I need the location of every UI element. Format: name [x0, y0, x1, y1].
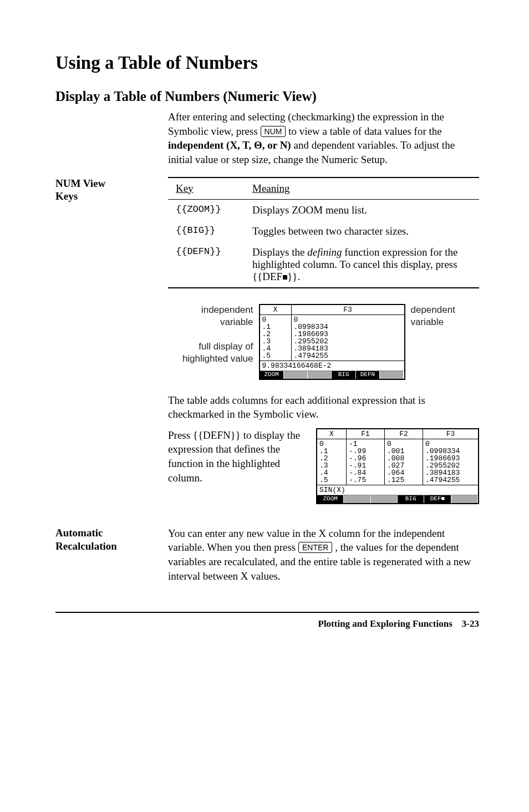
table-row: {{BIG}} Toggles between two character si… — [168, 221, 479, 242]
defn-press-paragraph: Press {{DEFN}} to display the expression… — [168, 428, 306, 485]
intro-text-mid: to view a table of data values for the — [288, 125, 441, 137]
lcd-col-header-x: X — [260, 305, 291, 315]
lcd-cell: .2 — [319, 455, 344, 462]
lcd-menu-bar: ZOOM BIG DEFN — [260, 371, 404, 379]
lcd-cell: .3894183 — [294, 345, 402, 352]
lcd-x-column: 0 .1 .2 .3 .4 .5 — [260, 315, 291, 361]
lcd-cell: .001 — [387, 448, 420, 455]
lcd-cell: .1 — [319, 448, 344, 455]
post-screen-paragraph: The table adds columns for each addition… — [168, 393, 479, 422]
margin-label-auto-recalc: Automatic Recalculation — [55, 526, 168, 553]
auto-recalc-paragraph: You can enter any new value in the X col… — [168, 526, 479, 583]
lcd-menu-blank — [284, 371, 308, 379]
lcd-menu-zoom: ZOOM — [260, 371, 284, 379]
defn-meaning-em: defining — [307, 246, 342, 258]
lcd-menu-big: BIG — [332, 371, 355, 379]
margin-label-line1: NUM View — [55, 177, 105, 189]
lcd-cell: .008 — [387, 455, 420, 462]
annot-independent-variable: independent variable — [176, 304, 253, 328]
lcd-cell: .125 — [387, 476, 420, 484]
lcd-cell: .027 — [387, 462, 420, 469]
lcd2-menu-blank — [451, 495, 478, 503]
lcd2-col-header-f1: F1 — [346, 429, 384, 439]
lcd-cell: .4 — [262, 345, 289, 352]
intro-bold-vars: independent (X, T, Θ, or N) — [168, 139, 291, 151]
annot-full-display: full display of highlighted value — [176, 341, 253, 365]
lcd-cell: .3894183 — [425, 469, 476, 476]
annot-dependent-variable: dependent variable — [411, 304, 472, 328]
lcd-cell: .3 — [262, 338, 289, 345]
margin-label-auto-line2: Recalculation — [55, 540, 117, 552]
lcd2-col-header-f2: F2 — [384, 429, 423, 439]
lcd-cell: .064 — [387, 469, 420, 476]
col-header-meaning: Meaning — [245, 177, 479, 200]
footer-title: Plotting and Exploring Functions — [318, 618, 452, 629]
lcd-cell: -.84 — [349, 469, 382, 476]
table-row: {{DEFN}} Displays the defining function … — [168, 242, 479, 288]
lcd-cell: 0 — [387, 440, 420, 448]
lcd2-x-column: 0 .1 .2 .3 .4 .5 — [317, 439, 346, 485]
lcd-cell: .1986693 — [294, 331, 402, 338]
lcd2-f3-column: 0 .0998334 .1986693 .2955202 .3894183 .4… — [423, 439, 478, 485]
table-row: {{ZOOM}} Displays ZOOM menu list. — [168, 199, 479, 221]
filled-square-icon — [283, 275, 287, 280]
lcd-menu-blank — [380, 371, 404, 379]
margin-label-num-view: NUM View Keys — [55, 177, 168, 204]
lcd-cell: .5 — [262, 352, 289, 359]
lcd-cell: -.75 — [349, 476, 382, 484]
lcd-cell: .4794255 — [294, 352, 402, 359]
calculator-screen-1: X F3 0 .1 .2 .3 .4 .5 0 — [259, 304, 405, 380]
lcd-cell: -.99 — [349, 448, 382, 455]
lcd-cell: .2955202 — [294, 338, 402, 345]
footer-page-number: 3-23 — [462, 618, 479, 629]
lcd-col-header-f3: F3 — [291, 305, 404, 315]
meaning-cell-big: Toggles between two character sizes. — [245, 221, 479, 242]
lcd2-f1-column: -1 -.99 -.96 -.91 -.84 -.75 — [346, 439, 384, 485]
lcd2-menu-zoom: ZOOM — [317, 495, 344, 503]
num-view-keys-table: Key Meaning {{ZOOM}} Displays ZOOM menu … — [168, 177, 479, 288]
lcd-cell: -1 — [349, 440, 382, 448]
meaning-cell-defn: Displays the defining function expressio… — [245, 242, 479, 288]
lcd2-menu-blank — [344, 495, 370, 503]
lcd-cell: .3 — [319, 462, 344, 469]
lcd-f3-column: 0 .0998334 .1986693 .2955202 .3894183 .4… — [291, 315, 404, 361]
lcd-cell: 0 — [319, 440, 344, 448]
key-cell-defn: {{DEFN}} — [168, 242, 245, 288]
margin-label-line2: Keys — [55, 190, 78, 202]
lcd-cell: .1986693 — [425, 455, 476, 462]
lcd-status-line: 9.98334166468E-2 — [260, 361, 404, 371]
lcd-cell: -.91 — [349, 462, 382, 469]
lcd-cell: .2 — [262, 331, 289, 338]
lcd-cell: .4 — [319, 469, 344, 476]
key-cell-zoom: {{ZOOM}} — [168, 199, 245, 221]
lcd2-menu-bar: ZOOM BIG DEF■ — [317, 495, 478, 503]
lcd-cell: .5 — [319, 476, 344, 484]
figure-numeric-view: independent variable full display of hig… — [168, 304, 479, 380]
lcd-menu-defn: DEFN — [356, 371, 380, 379]
lcd2-menu-big: BIG — [398, 495, 424, 503]
num-key: NUM — [261, 126, 286, 137]
lcd2-status-line: SIN(X) — [317, 485, 478, 495]
page-title: Using a Table of Numbers — [55, 53, 479, 73]
enter-key: ENTER — [298, 542, 332, 553]
lcd2-col-header-x: X — [317, 429, 346, 439]
lcd-cell: .4794255 — [425, 476, 476, 484]
lcd2-col-header-f3: F3 — [423, 429, 478, 439]
col-header-key: Key — [168, 177, 245, 200]
page-footer: Plotting and Exploring Functions 3-23 — [55, 618, 479, 630]
defn-meaning-tail: }}. — [287, 271, 300, 282]
meaning-cell-zoom: Displays ZOOM menu list. — [245, 199, 479, 221]
lcd-cell: .1 — [262, 323, 289, 331]
lcd-cell: -.96 — [349, 455, 382, 462]
lcd-cell: 0 — [262, 316, 289, 323]
calculator-screen-2: X F1 F2 F3 0 .1 .2 .3 .4 .5 — [316, 428, 479, 504]
section-heading: Display a Table of Numbers (Numeric View… — [55, 89, 479, 104]
lcd2-menu-def: DEF■ — [424, 495, 451, 503]
footer-rule — [55, 612, 479, 613]
key-cell-big: {{BIG}} — [168, 221, 245, 242]
lcd-cell: .2955202 — [425, 462, 476, 469]
lcd2-menu-blank — [371, 495, 398, 503]
lcd2-f2-column: 0 .001 .008 .027 .064 .125 — [384, 439, 423, 485]
margin-label-auto-line1: Automatic — [55, 527, 103, 539]
intro-paragraph: After entering and selecting (checkmarki… — [168, 110, 479, 167]
